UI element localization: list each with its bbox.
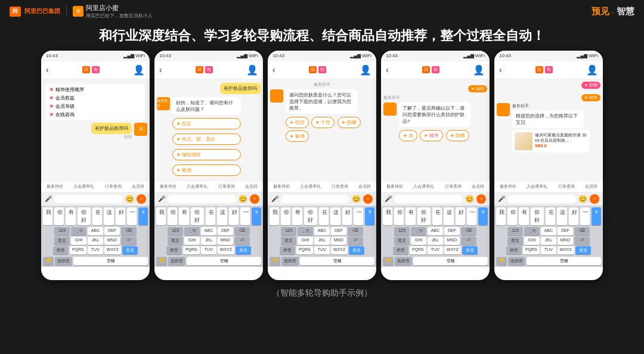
kb5-select-pinyin[interactable]: 选拼音	[508, 257, 525, 265]
kb2-abc[interactable]: ABC	[201, 227, 216, 235]
qk5-you[interactable]: 有	[519, 207, 528, 225]
kb-lang[interactable]: 英文	[54, 237, 70, 245]
nav-order[interactable]: 订单查询	[105, 184, 122, 190]
kb3-mno[interactable]: MNO	[331, 237, 346, 245]
kb-tuv[interactable]: TUV	[88, 246, 103, 254]
nav2-member[interactable]: 会员持	[245, 184, 258, 190]
qk3-zai[interactable]: 在	[319, 207, 329, 225]
kb3-enter[interactable]: ⏎	[348, 237, 363, 245]
kb-def[interactable]: DEF	[104, 227, 120, 235]
kb2-tuv[interactable]: TUV	[201, 246, 216, 254]
option3-sensitive[interactable]: ➤敏感	[286, 131, 309, 142]
chat-input-3[interactable]	[281, 195, 349, 203]
kb5-pinyin[interactable]: 拼音	[506, 246, 522, 254]
nav5-gift[interactable]: 入会课率礼	[527, 184, 547, 190]
kb4-enter[interactable]: ⏎	[461, 237, 476, 245]
kb2-def[interactable]: DEF	[218, 227, 233, 235]
kb3-123[interactable]: 123	[281, 227, 296, 235]
kb3-abc[interactable]: ABC	[314, 227, 330, 235]
kb3-wxyz[interactable]: WXYZ	[331, 246, 348, 254]
kb2-ghi[interactable]: GHI	[184, 237, 200, 245]
quick-key-wo[interactable]: 我	[43, 207, 52, 225]
kb2-wxyz[interactable]: WXYZ	[218, 246, 234, 254]
qk5-zai[interactable]: 在	[546, 207, 555, 225]
kb4-pqrs[interactable]: PQRS	[410, 246, 426, 254]
kb2-pqrs[interactable]: PQRS	[183, 246, 200, 254]
qk4-wo[interactable]: 我	[383, 207, 392, 225]
kb4-jkl[interactable]: JKL	[428, 237, 443, 245]
nav2-gift[interactable]: 入会课率礼	[187, 184, 208, 190]
option3-pimple[interactable]: ➤痘痘	[286, 117, 309, 128]
send-button-5[interactable]: +	[590, 194, 599, 204]
kb3-pinyin[interactable]: 拼音	[280, 246, 295, 254]
qk3-nihao[interactable]: 你好	[304, 207, 317, 225]
nav4-service[interactable]: 服务评价	[386, 184, 403, 190]
nav4-gift[interactable]: 入会课率礼	[413, 184, 434, 190]
qk3-hao[interactable]: 好	[342, 207, 352, 225]
option-wrinkle[interactable]: ➤皱纹细纹	[172, 149, 241, 160]
qk2-nihao[interactable]: 你好	[191, 207, 204, 225]
nav-service[interactable]: 服务评价	[47, 184, 63, 190]
kb-123[interactable]: 123	[54, 227, 70, 235]
qk3-dash[interactable]: —	[354, 207, 363, 225]
kb5-space[interactable]: 空格	[527, 257, 601, 265]
nav-member[interactable]: 会员持	[132, 184, 144, 190]
kb5-tuv[interactable]: TUV	[541, 246, 556, 254]
kb4-del[interactable]: ⌫	[461, 227, 476, 235]
qk4-you[interactable]: 有	[405, 207, 415, 225]
qk5-nihao[interactable]: 你好	[531, 207, 544, 225]
emoji-button-2[interactable]: 😊	[239, 195, 247, 203]
quick-key-you[interactable]: 有	[66, 207, 75, 225]
kb5-jkl[interactable]: JKL	[541, 237, 556, 245]
back-button-4[interactable]: ‹	[386, 65, 389, 74]
qk3-you[interactable]: 有	[292, 207, 302, 225]
kb3-del[interactable]: ⌫	[348, 227, 363, 235]
quick-key-zhe[interactable]: 这	[104, 207, 113, 225]
option-sensitive[interactable]: ➤敏感	[172, 164, 241, 176]
kb-ghi[interactable]: GHI	[71, 237, 86, 245]
chat-input[interactable]	[54, 195, 123, 203]
kb2-space[interactable]: 空格	[187, 257, 261, 265]
back-button-2[interactable]: ‹	[159, 65, 162, 74]
kb3-emoji[interactable]: 😊	[270, 257, 280, 265]
kb2-del[interactable]: ⌫	[234, 227, 250, 235]
kb5-wxyz[interactable]: WXYZ	[558, 246, 574, 254]
qk3-zhe[interactable]: 这	[330, 207, 340, 225]
chat-input-5[interactable]	[507, 195, 576, 203]
kb-emoji[interactable]: 😊	[43, 257, 54, 265]
kb3-def[interactable]: DEF	[331, 227, 346, 235]
chat-input-2[interactable]	[168, 195, 236, 203]
qk3-wo[interactable]: 我	[270, 207, 279, 225]
qk4-dash[interactable]: —	[467, 207, 476, 225]
product-card[interactable]: 修冽可莱雅活复颜精华液 30 ml 丝瓜祛斑制效... ¥80.0	[512, 130, 590, 153]
emoji-button-5[interactable]: 😊	[578, 195, 587, 203]
kb4-mno[interactable]: MNO	[444, 237, 460, 245]
option3-dry[interactable]: ➤干性	[311, 117, 335, 128]
kb3-tuv[interactable]: TUV	[314, 246, 330, 254]
kb3-lang[interactable]: 英文	[281, 237, 296, 245]
kb5-abc[interactable]: ABC	[541, 227, 556, 235]
quick-key-zai[interactable]: 在	[92, 207, 102, 225]
option-pimple[interactable]: ➤痘痘	[172, 118, 241, 129]
kb5-send[interactable]: 发送	[575, 246, 591, 254]
quick-key-hao[interactable]: 好	[116, 207, 125, 225]
qk5-hao[interactable]: 好	[569, 207, 578, 225]
option-pigment[interactable]: ➤色沉、斑、美白	[172, 133, 241, 145]
kb2-punct[interactable]: ，?!	[184, 227, 200, 235]
kb-space[interactable]: 空格	[73, 257, 148, 265]
kb4-wxyz[interactable]: WXYZ	[444, 246, 461, 254]
kb5-123[interactable]: 123	[507, 227, 523, 235]
qk5-wo[interactable]: 我	[496, 207, 506, 225]
kb2-123[interactable]: 123	[168, 227, 183, 235]
kb4-space[interactable]: 空格	[413, 257, 488, 265]
qk3-ni[interactable]: 你	[281, 207, 290, 225]
kb-del[interactable]: ⌫	[121, 227, 137, 235]
kb4-select-pinyin[interactable]: 选拼音	[395, 257, 412, 265]
qk5-zhe[interactable]: 这	[557, 207, 566, 225]
kb-select-pinyin[interactable]: 选拼音	[55, 257, 72, 265]
qk2-hao[interactable]: 好	[229, 207, 239, 225]
kb2-select-pinyin[interactable]: 选拼音	[168, 257, 185, 265]
qk4-nihao[interactable]: 你好	[417, 207, 431, 225]
emoji-button[interactable]: 😊	[125, 195, 134, 203]
qk5-ni[interactable]: 你	[507, 207, 517, 225]
